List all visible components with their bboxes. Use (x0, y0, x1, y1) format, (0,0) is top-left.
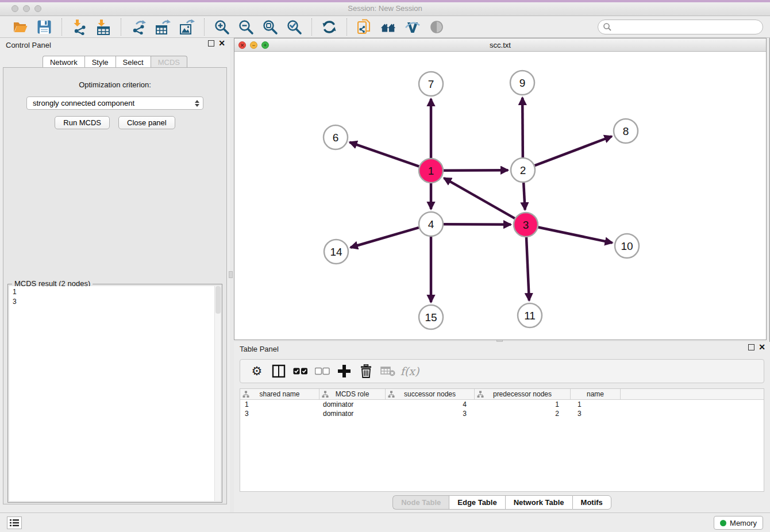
graph-edge-3-10[interactable] (538, 228, 613, 243)
export-table-icon[interactable] (155, 19, 171, 35)
result-scrollbar[interactable] (214, 286, 221, 501)
graph-node-11[interactable]: 11 (518, 303, 542, 327)
table-cell[interactable]: 3 (240, 409, 319, 418)
application-window: Session: New Session (0, 0, 770, 532)
close-panel-icon[interactable]: ✕ (218, 40, 225, 47)
table-cell[interactable]: 3 (386, 409, 475, 418)
table-row[interactable]: 3dominator323 (240, 409, 764, 418)
graph-node-2[interactable]: 2 (511, 158, 535, 182)
tab-node-table[interactable]: Node Table (392, 495, 449, 510)
svg-text:6: 6 (333, 132, 339, 144)
control-panel-title: Control Panel (6, 41, 51, 49)
column-header-shared-name[interactable]: shared name (240, 389, 319, 399)
float-panel-icon[interactable] (748, 344, 754, 350)
graph-edge-1-2[interactable] (444, 170, 508, 171)
toolbar-separator (61, 18, 62, 36)
memory-button[interactable]: Memory (714, 516, 763, 530)
column-header-predecessor-nodes[interactable]: predecessor nodes (475, 389, 571, 399)
network-graph: 7968124314101511 (234, 52, 766, 340)
zoom-out-icon[interactable] (238, 19, 254, 35)
graph-node-3[interactable]: 3 (514, 213, 538, 237)
mcds-result-text[interactable]: 1 3 (9, 286, 221, 501)
graph-node-9[interactable]: 9 (510, 71, 534, 95)
tab-network-table[interactable]: Network Table (505, 495, 572, 510)
graph-node-8[interactable]: 8 (614, 119, 638, 143)
table-row[interactable]: 1dominator411 (240, 400, 764, 409)
close-panel-button[interactable]: Close panel (118, 116, 175, 129)
add-column-icon[interactable] (336, 363, 353, 380)
task-history-button[interactable] (7, 516, 22, 529)
svg-text:7: 7 (428, 78, 434, 90)
graph-node-14[interactable]: 14 (324, 240, 348, 264)
network-canvas[interactable]: 7968124314101511 (234, 52, 766, 340)
graph-node-15[interactable]: 15 (419, 305, 443, 329)
zoom-selected-icon[interactable] (286, 19, 302, 35)
import-table-icon[interactable] (95, 19, 111, 35)
table-cell[interactable]: 2 (475, 409, 571, 418)
table-cell[interactable]: dominator (319, 400, 386, 409)
delete-column-trash-icon[interactable] (357, 363, 375, 380)
optimization-criterion-label: Optimization criterion: (3, 80, 226, 89)
criterion-dropdown[interactable]: strongly connected component (26, 97, 203, 110)
network-window-titlebar[interactable]: ✕ − + scc.txt (234, 38, 766, 52)
table-settings-gear-icon[interactable]: ⚙ (248, 363, 265, 380)
search-input[interactable] (612, 21, 763, 33)
graph-edge-3-1[interactable] (444, 178, 515, 218)
table-cell[interactable]: 3 (571, 409, 621, 418)
table-cell[interactable]: dominator (319, 409, 386, 418)
deselect-all-icon[interactable] (314, 363, 331, 380)
toolbar-separator (121, 18, 121, 36)
import-network-icon[interactable] (71, 19, 87, 35)
dropdown-stepper-icon (195, 100, 199, 107)
table-cell[interactable]: 4 (386, 400, 475, 409)
svg-text:15: 15 (425, 311, 437, 323)
close-panel-icon[interactable]: ✕ (759, 344, 765, 350)
graph-node-6[interactable]: 6 (324, 125, 348, 149)
delete-table-icon[interactable] (379, 363, 396, 380)
graph-node-1[interactable]: 1 (419, 159, 443, 183)
vertical-splitter-grip[interactable] (229, 271, 233, 278)
graph-edge-3-11[interactable] (526, 237, 529, 300)
save-session-icon[interactable] (36, 19, 52, 35)
table-panel-header: Table Panel ✕ (234, 342, 770, 357)
criterion-dropdown-value: strongly connected component (33, 99, 195, 107)
table-cell[interactable]: 1 (475, 400, 571, 409)
column-header-MCDS-role[interactable]: MCDS role (319, 389, 386, 399)
memory-status-icon (720, 520, 726, 526)
vizmapper-icon[interactable] (405, 19, 421, 35)
show-columns-icon[interactable] (270, 363, 287, 380)
tab-edge-table[interactable]: Edge Table (449, 495, 505, 510)
network-clipboard-icon[interactable] (356, 19, 372, 35)
zoom-in-icon[interactable] (214, 19, 230, 35)
table-cell[interactable]: 1 (571, 400, 621, 409)
node-table-header: shared nameMCDS rolesuccessor nodesprede… (240, 389, 764, 400)
open-session-icon[interactable] (12, 19, 28, 35)
export-network-icon[interactable] (130, 19, 147, 35)
titlebar: Session: New Session (0, 0, 770, 16)
float-panel-icon[interactable] (208, 40, 214, 47)
graph-edge-2-3[interactable] (523, 183, 525, 210)
column-header-name[interactable]: name (571, 389, 621, 399)
graph-edge-1-6[interactable] (350, 142, 419, 167)
graph-node-4[interactable]: 4 (419, 212, 443, 236)
run-mcds-button[interactable]: Run MCDS (55, 116, 110, 129)
show-hide-icon[interactable] (429, 19, 445, 35)
graph-node-10[interactable]: 10 (615, 234, 639, 258)
graph-edge-4-14[interactable] (351, 228, 419, 248)
select-all-icon[interactable] (292, 363, 309, 380)
search-box[interactable] (598, 20, 763, 34)
toolbar-separator (311, 18, 312, 36)
column-header-successor-nodes[interactable]: successor nodes (386, 389, 475, 399)
export-image-icon[interactable] (179, 19, 195, 35)
refresh-styles-icon[interactable] (321, 19, 337, 35)
graph-node-7[interactable]: 7 (419, 72, 443, 96)
home-icon[interactable] (380, 19, 396, 35)
graph-edge-4-3[interactable] (444, 224, 511, 225)
table-panel-tabs: Node Table Edge Table Network Table Moti… (234, 495, 770, 510)
graph-edge-2-9[interactable] (522, 98, 523, 157)
graph-edge-2-8[interactable] (535, 136, 612, 165)
tab-motifs[interactable]: Motifs (572, 495, 611, 510)
zoom-fit-icon[interactable] (262, 19, 278, 35)
function-builder-icon[interactable]: f(x) (401, 363, 418, 380)
table-cell[interactable]: 1 (240, 400, 319, 409)
